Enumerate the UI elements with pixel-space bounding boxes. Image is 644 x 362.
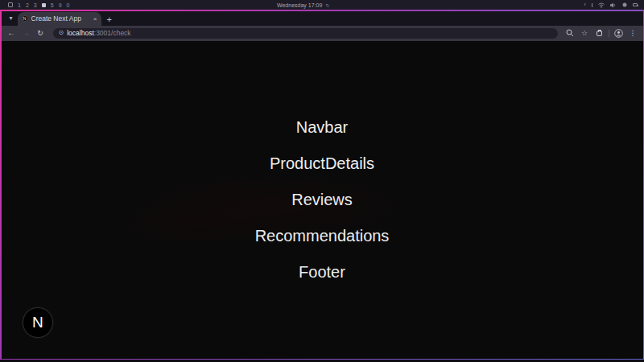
profile-avatar-icon[interactable]: [613, 28, 624, 39]
battery-icon[interactable]: [633, 3, 638, 6]
section-list: NavbarProductDetailsReviewsRecommendatio…: [255, 117, 390, 282]
zoom-icon[interactable]: [565, 28, 576, 39]
system-tray: ‹: [584, 0, 638, 10]
tab-title: Create Next App: [31, 14, 90, 23]
clock: Wednesday 17:09: [277, 2, 322, 8]
extensions-icon[interactable]: [594, 28, 605, 39]
workspace-grid-icon[interactable]: [8, 2, 13, 7]
section-label: Reviews: [291, 190, 353, 209]
section-label: Navbar: [296, 117, 348, 137]
workspace-item[interactable]: 5: [51, 2, 54, 8]
toolbar-separator: [609, 30, 609, 37]
section-label: ProductDetails: [270, 154, 374, 173]
signal-icon[interactable]: [592, 3, 592, 7]
browser-toolbar: ← → ↻ ⊙ localhost:3001/check ☆ ⋮: [2, 26, 643, 41]
section-label: Footer: [299, 262, 345, 282]
menu-kebab-icon[interactable]: ⋮: [628, 28, 638, 39]
favicon-icon: N: [22, 15, 28, 22]
workspace-list-left: 123: [18, 2, 37, 8]
workspace-item[interactable]: 0: [67, 2, 70, 8]
url-host: localhost: [67, 29, 94, 37]
browser-window-inner: ▾ N Create Next App × + ← → ↻ ⊙ localhos…: [2, 11, 643, 359]
workspace-list-right: 590: [51, 2, 70, 8]
workspace-item[interactable]: 2: [26, 2, 29, 8]
status-dot-icon[interactable]: [622, 2, 627, 7]
nextjs-devtools-badge[interactable]: N: [23, 307, 53, 338]
url-path: :3001/check: [94, 29, 131, 37]
workspace-indicators: 123 590: [8, 2, 69, 8]
new-tab-button[interactable]: +: [107, 14, 112, 24]
tab-search-button[interactable]: ▾: [5, 12, 18, 25]
bookmark-star-icon[interactable]: ☆: [580, 28, 590, 39]
reload-button[interactable]: ↻: [35, 30, 46, 37]
browser-tab[interactable]: N Create Next App ×: [18, 12, 101, 26]
wifi-icon[interactable]: [598, 2, 605, 8]
sync-icon: ↻: [325, 2, 329, 8]
tab-close-icon[interactable]: ×: [93, 15, 97, 23]
system-bar: 123 590 Wednesday 17:09 ↻ ‹: [0, 0, 644, 10]
forward-button[interactable]: →: [21, 29, 31, 37]
section-label: Recommendations: [255, 226, 390, 245]
clock-area: Wednesday 17:09 ↻: [277, 0, 329, 10]
workspace-item[interactable]: 3: [34, 2, 37, 8]
active-workspace-icon[interactable]: [42, 3, 46, 7]
workspace-item[interactable]: 9: [59, 2, 62, 8]
back-button[interactable]: ←: [6, 29, 17, 37]
url-text: localhost:3001/check: [67, 29, 130, 37]
chevron-left-icon[interactable]: ‹: [584, 2, 586, 8]
nextjs-logo-icon: N: [32, 314, 43, 331]
site-settings-icon[interactable]: ⊙: [59, 30, 64, 36]
desktop: 123 590 Wednesday 17:09 ↻ ‹ ▾ N Create N…: [0, 0, 644, 362]
workspace-item[interactable]: 1: [18, 2, 21, 8]
address-bar[interactable]: ⊙ localhost:3001/check: [53, 28, 558, 39]
page-content: NavbarProductDetailsReviewsRecommendatio…: [2, 41, 643, 359]
tab-strip: ▾ N Create Next App × +: [2, 11, 643, 26]
browser-window: ▾ N Create Next App × + ← → ↻ ⊙ localhos…: [0, 10, 644, 360]
volume-icon[interactable]: [610, 2, 617, 8]
